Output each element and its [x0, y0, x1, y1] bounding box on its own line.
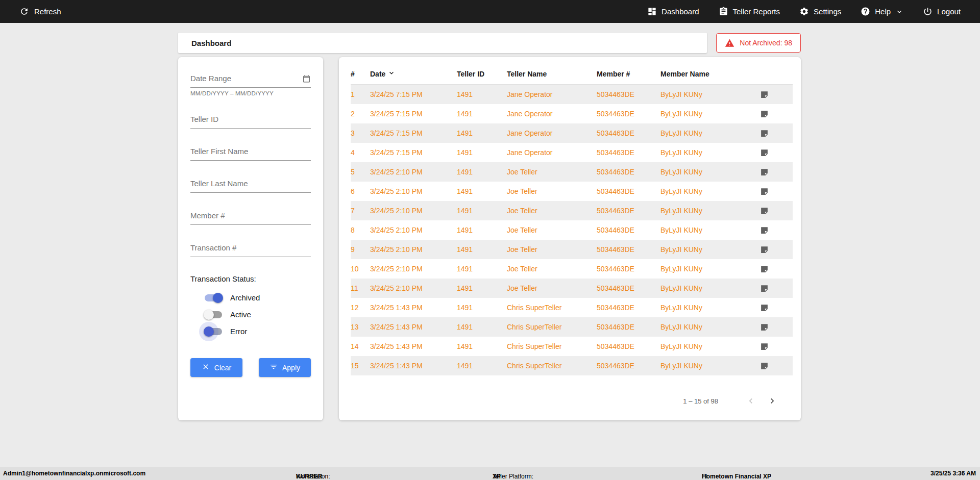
cell-date: 3/24/25 2:10 PM: [370, 187, 457, 195]
page-next-button[interactable]: [766, 395, 778, 407]
nav-logout[interactable]: Logout: [923, 7, 961, 16]
filter-panel: MM/DD/YYYY – MM/DD/YYYY Transaction Stat…: [178, 57, 323, 420]
nav-dashboard-label: Dashboard: [662, 7, 699, 16]
cell-member-num: 5034463DE: [597, 207, 660, 215]
cell-member-num: 5034463DE: [597, 284, 660, 292]
nav-help[interactable]: Help: [861, 7, 903, 16]
col-member-name[interactable]: Member Name: [660, 70, 759, 78]
refresh-button[interactable]: Refresh: [19, 7, 61, 16]
table-row[interactable]: 12 3/24/25 1:43 PM 1491 Chris SuperTelle…: [351, 298, 793, 317]
current-datetime: 3/25/25 3:36 AM: [930, 470, 976, 477]
cell-teller-id: 1491: [457, 129, 507, 137]
table-row[interactable]: 7 3/24/25 2:10 PM 1491 Joe Teller 503446…: [351, 201, 793, 220]
note-icon[interactable]: [759, 226, 793, 235]
date-range-input[interactable]: [190, 70, 311, 88]
teller-first-name-input[interactable]: [190, 143, 311, 161]
table-row[interactable]: 9 3/24/25 2:10 PM 1491 Joe Teller 503446…: [351, 240, 793, 259]
table-row[interactable]: 1 3/24/25 7:15 PM 1491 Jane Operator 503…: [351, 85, 793, 104]
note-icon[interactable]: [759, 323, 793, 332]
cell-teller-id: 1491: [457, 362, 507, 370]
nav-settings[interactable]: Settings: [799, 7, 841, 16]
status-bar: Admin1@hometownfinancialxp.onmicrosoft.c…: [0, 467, 980, 480]
cell-member-num: 5034463DE: [597, 245, 660, 254]
note-icon[interactable]: [759, 129, 793, 138]
table-row[interactable]: 13 3/24/25 1:43 PM 1491 Chris SuperTelle…: [351, 317, 793, 337]
cell-member-num: 5034463DE: [597, 226, 660, 234]
toggle-active[interactable]: Active: [190, 310, 311, 319]
note-icon[interactable]: [759, 168, 793, 176]
not-archived-badge[interactable]: Not Archived: 98: [716, 33, 801, 53]
nav-teller-reports[interactable]: Teller Reports: [719, 7, 780, 16]
teller-id-input[interactable]: [190, 111, 311, 129]
filter-icon: [270, 363, 278, 372]
note-icon[interactable]: [759, 245, 793, 254]
cell-date: 3/24/25 2:10 PM: [370, 245, 457, 254]
active-switch[interactable]: [205, 311, 222, 318]
cell-date: 3/24/25 1:43 PM: [370, 304, 457, 312]
toggle-archived[interactable]: Archived: [190, 293, 311, 302]
cell-date: 3/24/25 1:43 PM: [370, 342, 457, 350]
note-icon[interactable]: [759, 304, 793, 312]
table-row[interactable]: 2 3/24/25 7:15 PM 1491 Jane Operator 503…: [351, 104, 793, 123]
apply-button[interactable]: Apply: [259, 358, 311, 377]
note-icon[interactable]: [759, 110, 793, 118]
cell-teller-name: Jane Operator: [507, 148, 597, 157]
filter-buttons: Clear Apply: [190, 358, 311, 377]
calendar-icon[interactable]: [302, 74, 311, 85]
note-icon[interactable]: [759, 187, 793, 196]
cell-teller-id: 1491: [457, 245, 507, 254]
cell-member-name: ByLyJI KUNy: [660, 148, 759, 157]
table-row[interactable]: 15 3/24/25 1:43 PM 1491 Chris SuperTelle…: [351, 356, 793, 375]
table-row[interactable]: 3 3/24/25 7:15 PM 1491 Jane Operator 503…: [351, 123, 793, 143]
cell-teller-id: 1491: [457, 342, 507, 350]
table-row[interactable]: 11 3/24/25 2:10 PM 1491 Joe Teller 50344…: [351, 279, 793, 298]
table-row[interactable]: 14 3/24/25 1:43 PM 1491 Chris SuperTelle…: [351, 337, 793, 356]
note-icon[interactable]: [759, 284, 793, 293]
table-row[interactable]: 8 3/24/25 2:10 PM 1491 Joe Teller 503446…: [351, 220, 793, 240]
cell-num: 4: [351, 148, 370, 157]
cell-member-name: ByLyJI KUNy: [660, 245, 759, 254]
note-icon[interactable]: [759, 362, 793, 370]
col-num[interactable]: #: [351, 70, 370, 78]
clear-button[interactable]: Clear: [190, 358, 242, 377]
table-row[interactable]: 6 3/24/25 2:10 PM 1491 Joe Teller 503446…: [351, 182, 793, 201]
error-toggle-label: Error: [230, 327, 247, 336]
cell-date: 3/24/25 2:10 PM: [370, 226, 457, 234]
cell-date: 3/24/25 7:15 PM: [370, 129, 457, 137]
table-row[interactable]: 5 3/24/25 2:10 PM 1491 Joe Teller 503446…: [351, 162, 793, 182]
col-member-num[interactable]: Member #: [597, 70, 660, 78]
top-nav: Dashboard Teller Reports Settings Help: [647, 7, 961, 16]
cell-member-num: 5034463DE: [597, 342, 660, 350]
nav-dashboard[interactable]: Dashboard: [647, 7, 699, 16]
col-teller-name[interactable]: Teller Name: [507, 70, 597, 78]
member-number-input[interactable]: [190, 208, 311, 225]
teller-last-name-input[interactable]: [190, 175, 311, 193]
cell-num: 15: [351, 362, 370, 370]
cell-member-name: ByLyJI KUNy: [660, 226, 759, 234]
sort-desc-icon: [387, 69, 396, 79]
table-row[interactable]: 4 3/24/25 7:15 PM 1491 Jane Operator 503…: [351, 143, 793, 162]
table-row[interactable]: 10 3/24/25 2:10 PM 1491 Joe Teller 50344…: [351, 259, 793, 279]
page-title-bar: Dashboard: [178, 33, 707, 53]
table-body: 1 3/24/25 7:15 PM 1491 Jane Operator 503…: [351, 85, 793, 375]
note-icon[interactable]: [759, 342, 793, 351]
note-icon[interactable]: [759, 90, 793, 99]
cell-num: 3: [351, 129, 370, 137]
note-icon[interactable]: [759, 207, 793, 215]
col-teller-id[interactable]: Teller ID: [457, 70, 507, 78]
cell-date: 3/24/25 2:10 PM: [370, 284, 457, 292]
cell-teller-id: 1491: [457, 284, 507, 292]
transactions-panel: # Date Teller ID Teller Name Member # Me…: [339, 57, 801, 420]
col-date[interactable]: Date: [370, 69, 457, 79]
archived-switch[interactable]: [205, 294, 222, 301]
note-icon[interactable]: [759, 148, 793, 157]
toggle-error[interactable]: Error: [190, 327, 311, 336]
error-switch[interactable]: [205, 328, 222, 335]
transaction-number-input[interactable]: [190, 240, 311, 257]
cell-teller-id: 1491: [457, 168, 507, 176]
cell-teller-id: 1491: [457, 148, 507, 157]
cell-teller-id: 1491: [457, 265, 507, 273]
page-prev-button[interactable]: [745, 395, 757, 407]
cell-member-name: ByLyJI KUNy: [660, 304, 759, 312]
note-icon[interactable]: [759, 265, 793, 273]
